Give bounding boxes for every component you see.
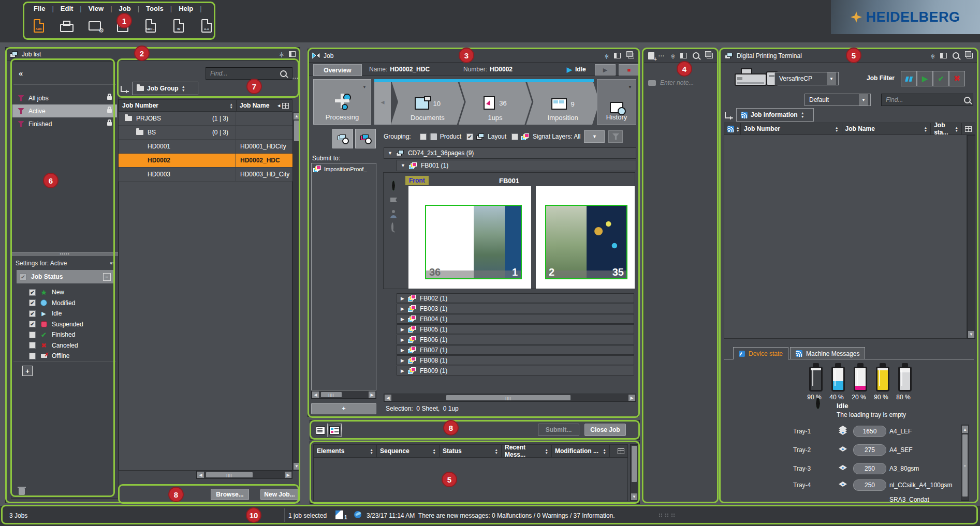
submit-target-impositionproof-[interactable]: ImpositionProof_ <box>312 163 376 174</box>
dropdown-arrow-icon[interactable]: ▼ <box>859 94 868 106</box>
new-job-button[interactable]: New Job... <box>260 489 299 500</box>
expanded-icon[interactable]: ▼ <box>401 163 405 168</box>
preview-horizontal-scrollbar[interactable]: ◀ |||| ▶ <box>384 394 636 402</box>
scroll-down-icon[interactable]: ▼ <box>968 331 974 338</box>
menu-tools[interactable]: Tools <box>139 4 170 13</box>
menu-file[interactable]: File <box>27 4 52 13</box>
collapse-panel-icon[interactable] <box>280 51 283 58</box>
sort-icon[interactable]: ▲▼ <box>955 126 958 132</box>
signature-row-fb005[interactable]: ▶ FB005 (1) <box>397 324 634 334</box>
signature-row-fb009[interactable]: ▶ FB009 (1) <box>397 366 634 375</box>
status-filter-finished[interactable]: ✔ Finished <box>29 329 115 340</box>
group-by-dropdown[interactable]: Job Group ▲▼ <box>132 82 198 95</box>
collapse-panel-icon[interactable] <box>931 52 934 59</box>
column-header-job-name[interactable]: Job Name ◂ <box>237 100 292 111</box>
browse-button[interactable]: Browse... <box>211 489 249 500</box>
layout-tree-root[interactable]: ▼ CD74_2x1_36pages (9) <box>384 147 636 159</box>
menu-job[interactable]: Job <box>112 4 138 13</box>
table-config-cell[interactable] <box>610 445 627 457</box>
search-icon[interactable] <box>693 52 699 59</box>
float-panel-icon[interactable] <box>967 53 973 58</box>
column-header-job-number[interactable]: Job Number▲▼ <box>119 100 237 111</box>
job-filter-all-jobs[interactable]: All jobs <box>12 92 117 104</box>
signature-row-expanded[interactable]: ▼ FB001 (1) <box>397 160 636 171</box>
menu-view[interactable]: View <box>82 4 110 13</box>
filter-suspended-button[interactable]: ▮▮ <box>901 71 917 86</box>
submit-list-scrollbar[interactable]: ◀ |||| ▶ <box>311 390 376 399</box>
collapsed-icon[interactable]: ▶ <box>401 296 404 301</box>
processing-button[interactable]: ▼ Processing <box>313 79 371 125</box>
more-options-icon[interactable]: ⋯ <box>658 52 665 59</box>
sort-icon[interactable]: ▲▼ <box>230 103 233 109</box>
vertical-scrollbar[interactable]: ▼ <box>967 135 975 339</box>
checkbox[interactable] <box>29 299 36 306</box>
checkbox[interactable] <box>29 332 36 338</box>
flag-icon[interactable] <box>390 198 397 202</box>
scroll-down-icon[interactable]: ▼ <box>631 493 637 500</box>
document-abc-icon-button[interactable]: ABC <box>30 17 48 35</box>
dock-panel-icon[interactable] <box>680 53 687 58</box>
signature-row-fb002[interactable]: ▶ FB002 (1) <box>397 293 634 303</box>
signature-row-fb006[interactable]: ▶ FB006 (1) <box>397 335 634 344</box>
grouping-option-signat[interactable]: Signat <box>511 133 550 140</box>
dock-panel-icon[interactable] <box>614 53 621 58</box>
dock-panel-icon[interactable] <box>289 51 296 57</box>
group-by-dropdown[interactable]: Job information ▲▼ <box>736 108 814 122</box>
table-config-icon[interactable] <box>282 103 289 109</box>
start-job-button[interactable]: ▶ <box>595 64 616 76</box>
printer-output-icon-button[interactable] <box>58 17 76 35</box>
tab-machine-messages[interactable]: Machine Messages <box>790 347 865 359</box>
document-barcode-icon-button[interactable]: o-o <box>198 17 215 35</box>
dock-panel-icon[interactable] <box>940 53 947 58</box>
sort-icon[interactable]: ▲▼ <box>495 448 498 454</box>
checkbox[interactable] <box>29 342 36 349</box>
collapse-panel-icon[interactable] <box>671 52 675 59</box>
collapsed-icon[interactable]: ▶ <box>401 348 404 353</box>
checkbox[interactable] <box>420 133 427 140</box>
sort-icon[interactable]: ▲▼ <box>545 448 548 454</box>
checkbox[interactable] <box>29 353 36 359</box>
stop-job-button[interactable]: ■ <box>619 64 639 76</box>
filter-canceled-button[interactable]: ✖ <box>949 71 965 86</box>
step-documents[interactable]: 10 Documents <box>391 79 464 125</box>
document-signature-icon-button[interactable]: W <box>170 17 187 35</box>
checkbox[interactable] <box>466 133 473 140</box>
sort-icon[interactable]: ▲▼ <box>924 126 927 132</box>
scroll-left-icon[interactable]: ◀ <box>385 395 391 401</box>
scroll-up-icon[interactable]: ▲ <box>294 113 300 119</box>
scroll-left-icon[interactable]: ◀ <box>197 472 204 478</box>
status-filter-idle[interactable]: ▶ Idle <box>29 308 115 319</box>
splitter-handle[interactable]: ••••• <box>11 252 118 256</box>
signature-row-fb003[interactable]: ▶ FB003 (1) <box>397 304 634 313</box>
collapsed-icon[interactable]: ▶ <box>401 317 404 322</box>
scroll-down-icon[interactable]: ▼ <box>294 463 300 470</box>
job-row-hd0001[interactable]: HD0001HD0001_HDCity <box>119 140 292 154</box>
grouping-option-product[interactable]: Product <box>420 133 461 140</box>
menu-edit[interactable]: Edit <box>54 4 80 13</box>
overview-tab[interactable]: Overview <box>313 64 362 76</box>
checkbox[interactable] <box>29 310 36 317</box>
tab-device-state[interactable]: Device state <box>733 347 788 359</box>
column-header-info-icon[interactable]: ▲▼ <box>724 123 741 134</box>
add-filter-button[interactable]: + <box>22 366 33 376</box>
search-icon[interactable] <box>280 70 287 77</box>
scroll-left-icon[interactable]: ◀ <box>312 392 319 398</box>
collapsed-icon[interactable]: ▶ <box>401 337 404 342</box>
steps-scroll-left[interactable]: ◂ <box>374 79 391 125</box>
layers-dropdown-icon[interactable]: ▼ <box>584 130 605 143</box>
history-button[interactable]: ▼ History <box>597 79 636 125</box>
list-view-button[interactable] <box>314 424 327 437</box>
status-filter-modified[interactable]: Modified <box>29 298 115 308</box>
grouping-option-layout[interactable]: Layout <box>466 133 506 140</box>
status-filter-suspended[interactable]: Suspended <box>29 319 115 329</box>
detail-view-button[interactable] <box>328 424 341 437</box>
expanded-icon[interactable]: ▼ <box>388 151 392 156</box>
vertical-scrollbar[interactable]: ▲ ▼ <box>292 112 300 471</box>
column-header-sequence[interactable]: Sequence▲▼ <box>377 445 440 457</box>
search-icon[interactable] <box>953 52 959 59</box>
hierarchy-icon[interactable] <box>121 86 129 92</box>
menu-help[interactable]: Help <box>172 4 200 13</box>
signature-row-fb004[interactable]: ▶ FB004 (1) <box>397 314 634 324</box>
collapsed-icon[interactable]: ▶ <box>401 368 404 373</box>
zoom-icon[interactable] <box>391 222 393 232</box>
